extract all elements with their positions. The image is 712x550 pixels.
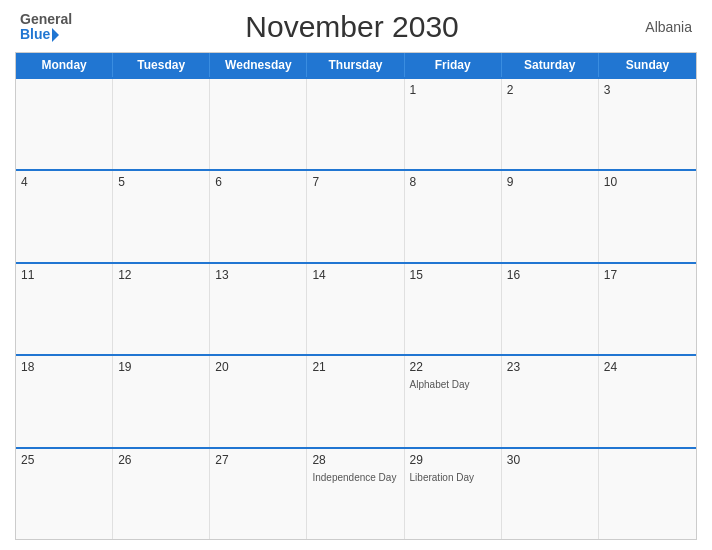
day-cell: 28Independence Day [307,449,404,539]
logo-blue-text: Blue [20,27,50,42]
calendar-grid: MondayTuesdayWednesdayThursdayFridaySatu… [15,52,697,540]
day-number: 14 [312,268,398,282]
day-header-sunday: Sunday [599,53,696,77]
day-cell [307,79,404,169]
day-number: 8 [410,175,496,189]
header: General Blue November 2030 Albania [15,10,697,44]
week-row-2: 45678910 [16,169,696,261]
day-cell: 15 [405,264,502,354]
day-cell: 4 [16,171,113,261]
day-cell: 2 [502,79,599,169]
day-cell: 23 [502,356,599,446]
day-cell: 8 [405,171,502,261]
day-number: 13 [215,268,301,282]
event-label: Independence Day [312,471,398,484]
day-header-tuesday: Tuesday [113,53,210,77]
day-number: 20 [215,360,301,374]
day-cell: 19 [113,356,210,446]
logo-line1: General [20,12,72,27]
day-number: 22 [410,360,496,374]
day-headers-row: MondayTuesdayWednesdayThursdayFridaySatu… [16,53,696,77]
day-number: 19 [118,360,204,374]
day-number: 23 [507,360,593,374]
day-number: 15 [410,268,496,282]
day-number: 6 [215,175,301,189]
day-cell: 13 [210,264,307,354]
day-cell [16,79,113,169]
day-cell: 16 [502,264,599,354]
day-number: 27 [215,453,301,467]
day-cell: 10 [599,171,696,261]
day-number: 28 [312,453,398,467]
week-row-1: 123 [16,77,696,169]
day-header-friday: Friday [405,53,502,77]
day-number: 17 [604,268,691,282]
day-cell: 21 [307,356,404,446]
day-header-wednesday: Wednesday [210,53,307,77]
day-number: 11 [21,268,107,282]
day-cell: 26 [113,449,210,539]
day-number: 9 [507,175,593,189]
day-number: 7 [312,175,398,189]
day-cell: 3 [599,79,696,169]
calendar-title: November 2030 [72,10,632,44]
weeks-container: 12345678910111213141516171819202122Alpha… [16,77,696,539]
day-header-saturday: Saturday [502,53,599,77]
day-cell [113,79,210,169]
day-cell: 30 [502,449,599,539]
logo: General Blue [20,12,72,43]
day-cell: 12 [113,264,210,354]
day-cell: 29Liberation Day [405,449,502,539]
logo-line2: Blue [20,27,59,42]
day-cell: 1 [405,79,502,169]
week-row-5: 25262728Independence Day29Liberation Day… [16,447,696,539]
logo-triangle-icon [52,28,59,42]
day-cell [599,449,696,539]
event-label: Alphabet Day [410,378,496,391]
event-label: Liberation Day [410,471,496,484]
day-number: 18 [21,360,107,374]
day-cell: 5 [113,171,210,261]
country-label: Albania [632,19,692,35]
day-cell: 7 [307,171,404,261]
day-number: 25 [21,453,107,467]
day-number: 3 [604,83,691,97]
day-number: 2 [507,83,593,97]
day-number: 1 [410,83,496,97]
day-number: 12 [118,268,204,282]
day-number: 21 [312,360,398,374]
day-cell [210,79,307,169]
day-cell: 18 [16,356,113,446]
day-cell: 17 [599,264,696,354]
week-row-3: 11121314151617 [16,262,696,354]
day-number: 10 [604,175,691,189]
day-cell: 9 [502,171,599,261]
day-cell: 25 [16,449,113,539]
day-cell: 27 [210,449,307,539]
week-row-4: 1819202122Alphabet Day2324 [16,354,696,446]
day-number: 24 [604,360,691,374]
day-header-thursday: Thursday [307,53,404,77]
day-number: 30 [507,453,593,467]
day-cell: 14 [307,264,404,354]
day-cell: 22Alphabet Day [405,356,502,446]
day-number: 26 [118,453,204,467]
day-number: 16 [507,268,593,282]
day-cell: 20 [210,356,307,446]
day-number: 5 [118,175,204,189]
day-cell: 11 [16,264,113,354]
calendar-container: General Blue November 2030 Albania Monda… [0,0,712,550]
day-cell: 24 [599,356,696,446]
day-number: 29 [410,453,496,467]
day-cell: 6 [210,171,307,261]
day-number: 4 [21,175,107,189]
day-header-monday: Monday [16,53,113,77]
